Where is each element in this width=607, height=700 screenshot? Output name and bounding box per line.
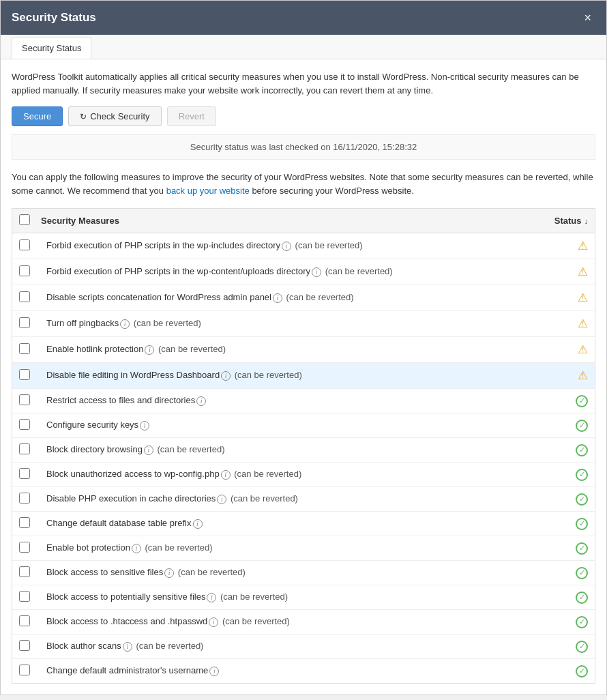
can-be-reverted-label: (can be reverted) bbox=[143, 542, 213, 553]
ok-status-icon: ✓ bbox=[576, 420, 588, 432]
table-row: Forbid execution of PHP scripts in the w… bbox=[12, 259, 595, 285]
info-icon[interactable]: i bbox=[209, 667, 219, 676]
info-icon[interactable]: i bbox=[145, 345, 154, 355]
check-security-button[interactable]: ↻ Check Security bbox=[68, 106, 161, 126]
row-checkbox-7[interactable] bbox=[19, 394, 30, 405]
row-measure-text: Block access to .htaccess and .htpasswd bbox=[46, 616, 207, 626]
action-bar: Secure ↻ Check Security Revert bbox=[12, 106, 595, 126]
info-icon[interactable]: i bbox=[273, 293, 282, 303]
table-row: Block author scansi (can be reverted)✓ bbox=[12, 635, 595, 659]
row-checkbox-6[interactable] bbox=[19, 369, 30, 380]
row-checkbox-15[interactable] bbox=[19, 591, 30, 602]
row-measure-text: Turn off pingbacks bbox=[46, 318, 119, 328]
ok-status-icon: ✓ bbox=[576, 567, 588, 579]
row-measure-text: Block access to potentially sensitive fi… bbox=[46, 592, 205, 602]
can-be-reverted-label: (can be reverted) bbox=[232, 370, 302, 380]
ok-status-icon: ✓ bbox=[576, 469, 588, 481]
row-checkbox-10[interactable] bbox=[19, 468, 30, 479]
table-body: Forbid execution of PHP scripts in the w… bbox=[12, 233, 595, 683]
info-icon[interactable]: i bbox=[144, 446, 153, 455]
table-row: Forbid execution of PHP scripts in the w… bbox=[12, 233, 595, 259]
warning-status-icon: ⚠ bbox=[578, 291, 588, 305]
description-text-2: You can apply the following measures to … bbox=[12, 171, 595, 197]
table-row: Block access to sensitive filesi (can be… bbox=[12, 561, 595, 585]
row-checkbox-3[interactable] bbox=[19, 291, 30, 302]
secure-button[interactable]: Secure bbox=[12, 106, 63, 126]
row-checkbox-18[interactable] bbox=[19, 665, 30, 675]
ok-status-icon: ✓ bbox=[576, 518, 588, 530]
row-checkbox-8[interactable] bbox=[19, 419, 30, 430]
row-measure-text: Change default database table prefix bbox=[46, 518, 192, 528]
ok-status-icon: ✓ bbox=[576, 395, 588, 407]
row-checkbox-2[interactable] bbox=[19, 265, 30, 276]
row-measure-text: Block access to sensitive files bbox=[46, 567, 163, 577]
row-measure-text: Block author scans bbox=[46, 641, 121, 651]
row-checkbox-1[interactable] bbox=[19, 239, 30, 250]
info-icon[interactable]: i bbox=[312, 267, 321, 277]
ok-status-icon: ✓ bbox=[576, 641, 588, 653]
tab-security-status[interactable]: Security Status bbox=[12, 37, 91, 59]
can-be-reverted-label: (can be reverted) bbox=[293, 240, 363, 250]
can-be-reverted-label: (can be reverted) bbox=[155, 444, 225, 454]
row-checkbox-14[interactable] bbox=[19, 566, 30, 577]
content-area: WordPress Toolkit automatically applies … bbox=[1, 59, 606, 695]
table-row: Change default database table prefixi✓ bbox=[12, 512, 595, 536]
table-row: Enable bot protectioni (can be reverted)… bbox=[12, 536, 595, 561]
info-icon[interactable]: i bbox=[207, 593, 216, 602]
warning-status-icon: ⚠ bbox=[578, 368, 588, 383]
info-icon[interactable]: i bbox=[196, 396, 206, 406]
close-button[interactable]: × bbox=[580, 10, 595, 25]
info-icon[interactable]: i bbox=[193, 519, 203, 529]
dialog-title: Security Status bbox=[12, 11, 96, 25]
row-checkbox-9[interactable] bbox=[19, 443, 30, 454]
table-row: Disable scripts concatenation for WordPr… bbox=[12, 285, 595, 311]
row-measure-text: Change default administrator's username bbox=[46, 665, 208, 675]
info-icon[interactable]: i bbox=[123, 642, 132, 652]
can-be-reverted-label: (can be reverted) bbox=[218, 592, 288, 602]
table-row: Enable hotlink protectioni (can be rever… bbox=[12, 337, 595, 363]
info-icon[interactable]: i bbox=[282, 242, 291, 251]
row-measure-text: Forbid execution of PHP scripts in the w… bbox=[46, 266, 310, 276]
row-measure-text: Enable hotlink protection bbox=[46, 344, 143, 354]
table-row: Disable PHP execution in cache directori… bbox=[12, 487, 595, 512]
row-checkbox-4[interactable] bbox=[19, 317, 30, 328]
revert-button[interactable]: Revert bbox=[167, 106, 216, 126]
select-all-checkbox[interactable] bbox=[19, 214, 30, 225]
info-icon[interactable]: i bbox=[221, 371, 231, 381]
table-row: Block unauthorized access to wp-config.p… bbox=[12, 463, 595, 487]
row-checkbox-13[interactable] bbox=[19, 542, 30, 553]
info-icon[interactable]: i bbox=[221, 470, 231, 480]
table-row: Turn off pingbacksi (can be reverted)⚠ bbox=[12, 311, 595, 337]
row-checkbox-5[interactable] bbox=[19, 343, 30, 354]
info-icon[interactable]: i bbox=[132, 544, 141, 553]
description-text-1: WordPress Toolkit automatically applies … bbox=[12, 70, 595, 97]
ok-status-icon: ✓ bbox=[576, 665, 588, 677]
row-measure-text: Enable bot protection bbox=[46, 542, 130, 553]
warning-status-icon: ⚠ bbox=[578, 239, 588, 253]
can-be-reverted-label: (can be reverted) bbox=[156, 344, 226, 354]
tab-bar: Security Status bbox=[1, 35, 606, 59]
can-be-reverted-label: (can be reverted) bbox=[232, 469, 302, 479]
row-measure-text: Restrict access to files and directories bbox=[46, 395, 195, 405]
row-measure-text: Disable scripts concatenation for WordPr… bbox=[46, 292, 271, 302]
ok-status-icon: ✓ bbox=[576, 592, 588, 604]
refresh-icon: ↻ bbox=[80, 112, 87, 121]
info-icon[interactable]: i bbox=[209, 617, 218, 627]
table-row: Configure security keysi✓ bbox=[12, 413, 595, 438]
can-be-reverted-label: (can be reverted) bbox=[284, 292, 354, 302]
info-icon[interactable]: i bbox=[217, 495, 226, 504]
backup-link[interactable]: back up your website bbox=[166, 186, 250, 196]
info-icon[interactable]: i bbox=[140, 421, 149, 431]
info-icon[interactable]: i bbox=[164, 568, 174, 578]
row-checkbox-12[interactable] bbox=[19, 517, 30, 528]
row-checkbox-11[interactable] bbox=[19, 493, 30, 504]
status-text: Security status was last checked on 16/1… bbox=[190, 142, 417, 152]
row-measure-text: Configure security keys bbox=[46, 420, 138, 430]
can-be-reverted-label: (can be reverted) bbox=[134, 641, 204, 651]
info-icon[interactable]: i bbox=[120, 319, 130, 329]
warning-status-icon: ⚠ bbox=[578, 265, 588, 279]
row-checkbox-16[interactable] bbox=[19, 615, 30, 626]
table-row: Block access to potentially sensitive fi… bbox=[12, 585, 595, 610]
table-header: Security Measures Status ↓ bbox=[12, 209, 595, 233]
row-checkbox-17[interactable] bbox=[19, 640, 30, 651]
